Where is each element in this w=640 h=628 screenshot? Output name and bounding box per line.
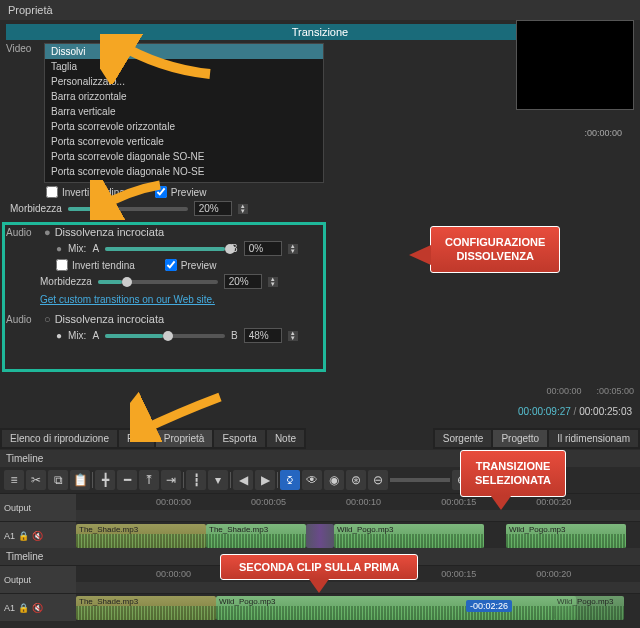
spinner[interactable]: ▲▼ bbox=[288, 244, 298, 254]
mix-b-2: B bbox=[231, 330, 238, 341]
preview-ruler: 00:00:00 :00:05:00 bbox=[546, 386, 634, 396]
transition-option[interactable]: Personalizzato... bbox=[45, 74, 323, 89]
lock-icon[interactable]: 🔒 bbox=[18, 531, 29, 541]
clip-shade[interactable]: The_Shade.mp3 bbox=[76, 524, 206, 548]
track-body[interactable]: The_Shade.mp3 The_Shade.mp3 Wild_Pogo.mp… bbox=[76, 522, 640, 549]
mix-label: Mix: bbox=[68, 243, 86, 254]
tab-ridim[interactable]: Il ridimensionam bbox=[549, 430, 638, 447]
tab-proprieta[interactable]: Proprietà bbox=[156, 430, 213, 447]
transition-option[interactable]: Barra orizzontale bbox=[45, 89, 323, 104]
prev-icon[interactable]: ◀ bbox=[233, 470, 253, 490]
lock-icon[interactable]: 🔒 bbox=[18, 603, 29, 613]
mix-label-2: Mix: bbox=[68, 330, 86, 341]
add-icon[interactable]: ╋ bbox=[95, 470, 115, 490]
clip-wild-2[interactable]: Wild_Pogo.mp3 bbox=[506, 524, 626, 548]
tab-elenco[interactable]: Elenco di riproduzione bbox=[2, 430, 117, 447]
transition-option-dissolvi[interactable]: Dissolvi bbox=[45, 44, 323, 59]
lift-icon[interactable]: ⤒ bbox=[139, 470, 159, 490]
mix-b-value[interactable]: 0% bbox=[244, 241, 282, 256]
clip-shade-b[interactable]: The_Shade.mp3 bbox=[76, 596, 216, 620]
mix-slider[interactable] bbox=[105, 247, 225, 251]
ripple-icon[interactable]: ◉ bbox=[324, 470, 344, 490]
mute-icon[interactable]: 🔇 bbox=[32, 531, 43, 541]
zoom-slider[interactable] bbox=[390, 478, 450, 482]
output-head-2: Output bbox=[0, 566, 76, 593]
menu-icon[interactable]: ≡ bbox=[4, 470, 24, 490]
transition-clip[interactable] bbox=[306, 524, 334, 548]
preview-timecode: 00:00:09:27 / 00:00:25:03 bbox=[518, 406, 632, 417]
eye-icon[interactable]: 👁 bbox=[302, 470, 322, 490]
audio-label-2: Audio bbox=[6, 314, 40, 325]
clip-shade-2[interactable]: The_Shade.mp3 bbox=[206, 524, 306, 548]
spinner[interactable]: ▲▼ bbox=[268, 277, 278, 287]
remove-icon[interactable]: ━ bbox=[117, 470, 137, 490]
clip-wild-c[interactable]: Wild_Pogo.mp3 bbox=[554, 596, 624, 620]
transition-option[interactable]: Barra verticale bbox=[45, 104, 323, 119]
clip-wild-b[interactable]: Wild_Pogo.mp3 bbox=[216, 596, 576, 620]
split-icon[interactable]: ┇ bbox=[186, 470, 206, 490]
preview-checkbox-2[interactable]: Preview bbox=[165, 259, 217, 271]
magnet-icon[interactable]: ⧲ bbox=[280, 470, 300, 490]
dissolvenza-label: Dissolvenza incrociata bbox=[55, 226, 164, 238]
panel-title: Proprietà bbox=[0, 0, 640, 20]
morbidezza-value-2[interactable]: 20% bbox=[224, 274, 262, 289]
inverti-checkbox[interactable]: Inverti tendina bbox=[46, 186, 125, 198]
tab-filtri[interactable]: Filtri bbox=[119, 430, 154, 447]
mix-a-2: A bbox=[92, 330, 99, 341]
offset-badge: -00:02:26 bbox=[466, 600, 512, 612]
track-body-2[interactable]: The_Shade.mp3 Wild_Pogo.mp3 Wild_Pogo.mp… bbox=[76, 594, 640, 621]
arrow-icon[interactable]: ▾ bbox=[208, 470, 228, 490]
mix-a: A bbox=[92, 243, 99, 254]
tab-sorgente[interactable]: Sorgente bbox=[435, 430, 492, 447]
custom-transitions-link[interactable]: Get custom transitions on our Web site. bbox=[40, 294, 215, 305]
morbidezza-slider-2[interactable] bbox=[98, 280, 218, 284]
clip-wild[interactable]: Wild_Pogo.mp3 bbox=[334, 524, 484, 548]
mix-slider-2[interactable] bbox=[105, 334, 225, 338]
zoomout-icon[interactable]: ⊖ bbox=[368, 470, 388, 490]
preview-marker-time: :00:00:00 bbox=[584, 128, 622, 138]
video-label: Video bbox=[6, 43, 40, 54]
preview-monitor bbox=[516, 20, 634, 110]
transition-option[interactable]: Taglia bbox=[45, 59, 323, 74]
preview-checkbox[interactable]: Preview bbox=[155, 186, 207, 198]
tab-progetto[interactable]: Progetto bbox=[493, 430, 547, 447]
target-icon[interactable]: ⊛ bbox=[346, 470, 366, 490]
transition-option[interactable]: Diagonale superiore a sinistra bbox=[45, 179, 323, 183]
spinner[interactable]: ▲▼ bbox=[288, 331, 298, 341]
callout-selected: TRANSIZIONESELEZIONATA bbox=[460, 450, 566, 497]
paste-icon[interactable]: 📋 bbox=[70, 470, 90, 490]
track-a1-head[interactable]: A1🔒🔇 bbox=[0, 522, 76, 549]
transition-type-list[interactable]: Dissolvi Taglia Personalizzato... Barra … bbox=[44, 43, 324, 183]
transition-option[interactable]: Porta scorrevole verticale bbox=[45, 134, 323, 149]
copy-icon[interactable]: ⧉ bbox=[48, 470, 68, 490]
tab-note[interactable]: Note bbox=[267, 430, 304, 447]
morbidezza-label-2: Morbidezza bbox=[40, 276, 92, 287]
overwrite-icon[interactable]: ⇥ bbox=[161, 470, 181, 490]
track-a1-head-2[interactable]: A1🔒🔇 bbox=[0, 594, 76, 621]
output-head: Output bbox=[0, 494, 76, 521]
transition-option[interactable]: Porta scorrevole diagonale SO-NE bbox=[45, 149, 323, 164]
inverti-checkbox-2[interactable]: Inverti tendina bbox=[56, 259, 135, 271]
audio-label: Audio bbox=[6, 227, 40, 238]
left-tabs: Elenco di riproduzione Filtri Proprietà … bbox=[0, 428, 306, 449]
transition-option[interactable]: Porta scorrevole orizzontale bbox=[45, 119, 323, 134]
callout-overlay: SECONDA CLIP SULLA PRIMA bbox=[220, 554, 418, 580]
mix-b-value-2[interactable]: 48% bbox=[244, 328, 282, 343]
morbidezza-slider[interactable] bbox=[68, 207, 188, 211]
tab-esporta[interactable]: Esporta bbox=[214, 430, 264, 447]
next-icon[interactable]: ▶ bbox=[255, 470, 275, 490]
spinner[interactable]: ▲▼ bbox=[238, 204, 248, 214]
transition-option[interactable]: Porta scorrevole diagonale NO-SE bbox=[45, 164, 323, 179]
callout-config: CONFIGURAZIONEDISSOLVENZA bbox=[430, 226, 560, 273]
right-tabs: Sorgente Progetto Il ridimensionam bbox=[433, 428, 640, 449]
morbidezza-value[interactable]: 20% bbox=[194, 201, 232, 216]
mute-icon[interactable]: 🔇 bbox=[32, 603, 43, 613]
cut-icon[interactable]: ✂ bbox=[26, 470, 46, 490]
morbidezza-label: Morbidezza bbox=[10, 203, 62, 214]
dissolvenza-label-2: Dissolvenza incrociata bbox=[55, 313, 164, 325]
